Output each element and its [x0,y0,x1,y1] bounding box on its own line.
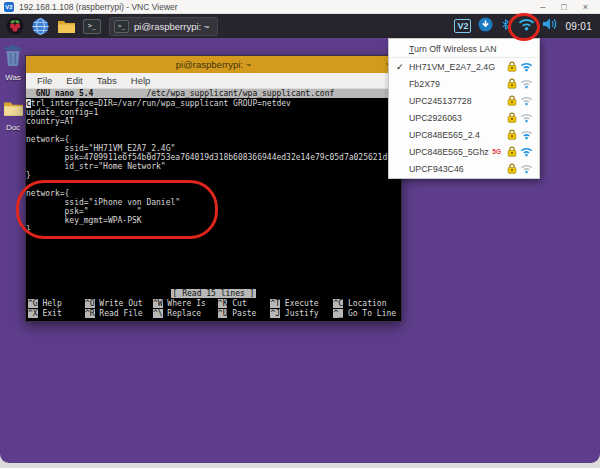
nano-body: ctrl_interface=DIR=/var/run/wpa_supplica… [26,98,401,289]
shortcut-key: ^X [28,309,38,318]
shortcut-label: Where Is [163,299,206,308]
nano-line: network={ [26,189,401,198]
shortcut-label: Cut [227,299,246,308]
volume-icon[interactable] [542,17,558,35]
wifi-signal-icon [520,146,533,157]
desktop-icon-documents[interactable]: Doc [0,100,26,132]
vnc-window-title: 192.168.1.108 (raspberrypi) - VNC Viewer [19,2,540,12]
nano-line: id_str="Home Network" [26,162,401,171]
terminal-titlebar[interactable]: pi@raspberrypi: ~ [26,56,401,73]
vnc-app-icon: V2 [4,2,14,12]
nano-filename: /etc/wpa_supplicant/wpa_supplicant.conf [93,89,334,98]
shortcut-key: ^R [85,309,95,318]
window-controls: – □ × [540,0,596,14]
taskbar: >_ >_ pi@raspberrypi: ~ V2 [0,14,600,38]
nano-version: GNU nano 5.4 [26,89,93,98]
wastebasket-icon [2,44,24,67]
lock-icon [507,163,517,174]
terminal-menubar: FileEditTabsHelp [26,73,401,89]
wifi-network-item[interactable]: ✓HH71VM_E2A7_2.4G [389,58,539,75]
shortcut-label: Paste [227,309,256,318]
maximize-button[interactable]: □ [561,0,566,14]
wifi-network-name: UPC2926063 [409,113,507,123]
wifi-item-icons [507,163,533,174]
clock: 09:01 [565,21,592,32]
wifi-network-item[interactable]: UPC2926063 [389,109,539,126]
lock-icon [507,146,517,157]
menu-help[interactable]: Help [131,75,151,86]
menu-edit[interactable]: Edit [66,75,82,86]
nano-shortcut: ^C Location [333,299,399,308]
wifi-item-icons: 5G [492,146,533,157]
task-button-label: pi@raspberrypi: ~ [134,21,209,32]
nano-shortcut: ^G Help [28,299,85,308]
bluetooth-icon[interactable] [500,17,511,36]
nano-shortcut: ^_ Go To Line [333,309,399,318]
terminal-content[interactable]: GNU nano 5.4 /etc/wpa_supplicant/wpa_sup… [26,89,401,321]
turn-off-wireless-label: Turn Off Wireless LAN [409,44,533,54]
nano-shortcuts-row2: ^X Exit^R Read File^\ Replace^U Paste^J … [26,308,401,318]
shortcut-label: Help [38,299,62,308]
close-button[interactable]: × [583,0,588,14]
shortcut-key: ^G [28,299,38,308]
nano-line: update_config=1 [26,108,401,117]
nano-shortcut: ^R Read File [85,309,153,318]
terminal-launcher-icon[interactable]: >_ [83,19,101,34]
menu-file[interactable]: File [37,75,52,86]
lock-icon [507,78,517,89]
raspberry-menu-icon[interactable] [5,17,24,36]
nano-line: key_mgmt=WPA-PSK [26,216,401,225]
nano-header: GNU nano 5.4 /etc/wpa_supplicant/wpa_sup… [26,89,401,98]
nano-shortcut: ^T Execute [270,299,333,308]
vnc-viewer-window: V2 192.168.1.108 (raspberrypi) - VNC Vie… [0,0,600,468]
shortcut-key: ^_ [333,309,343,318]
nano-line: psk=" " [26,207,401,216]
lock-icon [507,112,517,123]
wifi-signal-icon [520,112,533,123]
nano-line: country=AT [26,117,401,126]
wifi-signal-icon [520,95,533,106]
shortcut-key: ^J [270,309,280,318]
shortcut-label: Read File [95,309,143,318]
wifi-network-item[interactable]: UPC848E565_5Ghz5G [389,143,539,160]
nano-shortcut: ^W Where Is [153,299,218,308]
wifi-item-icons [507,112,533,123]
wifi-network-item[interactable]: UPCF943C46 [389,160,539,177]
nano-line: ctrl_interface=DIR=/var/run/wpa_supplica… [26,99,401,108]
nano-shortcut: ^U Paste [218,309,271,318]
nano-line [26,126,401,135]
wifi-network-item[interactable]: Fb2X79 [389,75,539,92]
vnc-server-tray-icon[interactable]: V2 [454,19,471,33]
wifi-tray-icon[interactable] [518,17,535,35]
nano-shortcut: ^J Justify [270,309,333,318]
wifi-network-name: UPCF943C46 [409,164,507,174]
shortcut-key: ^\ [153,309,163,318]
wifi-item-icons [507,78,533,89]
wifi-dropdown-menu: Turn Off Wireless LAN ✓HH71VM_E2A7_2.4G … [388,38,540,179]
task-terminal-icon: >_ [114,20,129,33]
file-manager-icon[interactable] [57,17,76,36]
nano-line [26,180,401,189]
wifi-network-list: ✓HH71VM_E2A7_2.4G Fb2X79 UPC245137728 UP… [389,58,539,177]
menu-tabs[interactable]: Tabs [97,75,117,86]
wifi-network-item[interactable]: UPC245137728 [389,92,539,109]
wifi-network-item[interactable]: UPC848E565_2.4 [389,126,539,143]
shortcut-label: Exit [38,309,62,318]
text-cursor: c [26,99,31,108]
wifi-signal-icon [520,129,533,140]
lock-icon [507,61,517,72]
taskbar-task-button[interactable]: >_ pi@raspberrypi: ~ [109,17,218,36]
shortcut-key: ^O [85,299,95,308]
updates-tray-icon[interactable] [478,17,493,36]
web-browser-icon[interactable] [31,17,50,36]
desktop-icon-wastebasket[interactable]: Was [0,44,26,82]
documents-folder-icon [3,100,24,117]
wifi-signal-icon [520,163,533,174]
shortcut-key: ^C [333,299,343,308]
nano-line: network={ [26,135,401,144]
shortcut-label: Write Out [95,299,143,308]
documents-label: Doc [0,123,26,132]
turn-off-wireless-item[interactable]: Turn Off Wireless LAN [389,40,539,58]
taskbar-launchers: >_ [0,17,101,36]
minimize-button[interactable]: – [540,0,545,14]
